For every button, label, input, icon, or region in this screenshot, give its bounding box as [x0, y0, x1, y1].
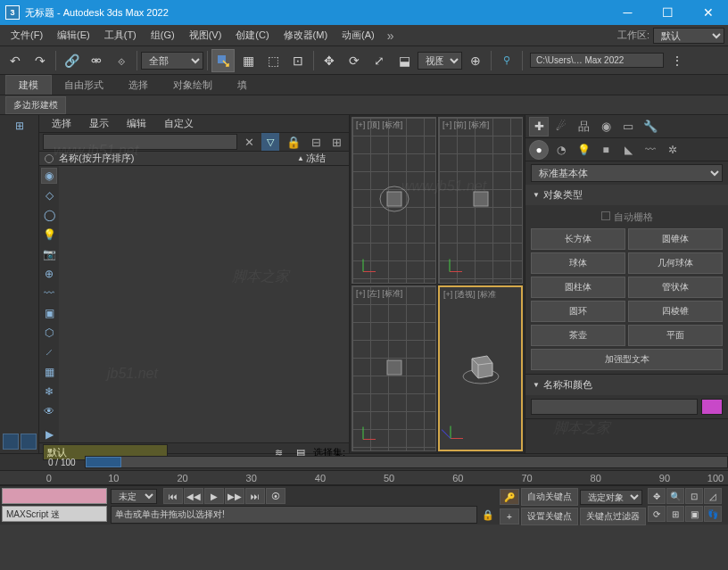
- ribbon-tab-populate[interactable]: 填: [225, 76, 260, 95]
- utilities-tab[interactable]: 🔧: [641, 117, 660, 136]
- btn-teapot[interactable]: 茶壶: [531, 325, 625, 346]
- selection-filter[interactable]: 全部: [141, 52, 203, 70]
- select-rect-button[interactable]: ⬚: [261, 49, 285, 72]
- viewport-front[interactable]: [+] [前] [标准]: [438, 117, 523, 284]
- max-toggle-button[interactable]: ▣: [685, 506, 703, 522]
- fov-button[interactable]: ◿: [704, 488, 722, 504]
- filter-group-icon[interactable]: ▣: [41, 305, 57, 321]
- ribbon-tab-modeling[interactable]: 建模: [5, 75, 52, 95]
- undo-button[interactable]: ↶: [4, 49, 27, 72]
- btn-plane[interactable]: 平面: [628, 325, 723, 346]
- name-col[interactable]: 名称(按升序排序): [59, 152, 297, 165]
- rollout-objtype-header[interactable]: ▼对象类型: [525, 185, 728, 205]
- menu-create[interactable]: 创建(C): [228, 26, 276, 45]
- vp-front-label[interactable]: [+] [前] [标准]: [443, 120, 489, 131]
- btn-geosphere[interactable]: 几何球体: [628, 252, 723, 274]
- goto-start-button[interactable]: ⏮: [163, 488, 183, 504]
- geometry-cat[interactable]: ●: [529, 140, 549, 160]
- workspace-select[interactable]: 默认: [653, 28, 724, 44]
- toggle-a-icon[interactable]: ⊟: [308, 136, 325, 149]
- sp-tab-select[interactable]: 选择: [48, 115, 75, 132]
- filter-all-icon[interactable]: ◉: [41, 168, 57, 184]
- next-frame-button[interactable]: ▶▶: [225, 488, 244, 504]
- layout-a-button[interactable]: [3, 434, 19, 450]
- bind-button[interactable]: ⟐: [110, 49, 133, 72]
- manip-button[interactable]: ⚲: [495, 49, 518, 72]
- ribbon-tab-selection[interactable]: 选择: [116, 76, 161, 95]
- menu-edit[interactable]: 编辑(E): [50, 26, 97, 45]
- menu-modifiers[interactable]: 修改器(M): [277, 26, 335, 45]
- selobj-select[interactable]: 选定对象: [580, 490, 642, 505]
- viewport-left[interactable]: [+] [左] [标准]: [352, 285, 436, 452]
- btn-cylinder[interactable]: 圆柱体: [531, 277, 625, 298]
- move-button[interactable]: ✥: [318, 49, 341, 72]
- rotate-button[interactable]: ⟳: [343, 49, 366, 72]
- clear-search-button[interactable]: ✕: [241, 136, 258, 149]
- filter-hidden-icon[interactable]: 👁: [41, 403, 57, 419]
- spacewarps-cat[interactable]: 〰: [641, 140, 660, 160]
- freeze-col[interactable]: 冻结: [306, 152, 326, 165]
- link-button[interactable]: 🔗: [60, 49, 83, 72]
- filter-button[interactable]: ▽: [261, 133, 279, 151]
- btn-textplus[interactable]: 加强型文本: [531, 349, 723, 370]
- primitive-type-select[interactable]: 标准基本体: [531, 164, 723, 182]
- pivot-button[interactable]: ⊕: [464, 49, 487, 72]
- time-slider[interactable]: [85, 456, 728, 468]
- filter-xref-icon[interactable]: ⬡: [41, 325, 57, 341]
- helpers-cat[interactable]: ◣: [618, 140, 638, 160]
- ribbon-tab-freeform[interactable]: 自由形式: [52, 76, 116, 95]
- time-ruler[interactable]: 0 10 20 30 40 50 60 70 80 90 100: [0, 471, 728, 485]
- list-header[interactable]: 名称(按升序排序) ▲ 冻结: [39, 152, 349, 166]
- lights-cat[interactable]: 💡: [574, 140, 593, 160]
- prev-frame-button[interactable]: ◀◀: [184, 488, 203, 504]
- trackbar-strip[interactable]: [2, 488, 107, 504]
- filter-camera-icon[interactable]: 📷: [41, 246, 57, 262]
- maxscript-mini[interactable]: MAXScript 迷: [2, 506, 107, 522]
- autokey-button[interactable]: 自动关键点: [521, 488, 578, 506]
- object-name-input[interactable]: [531, 399, 698, 415]
- layout-b-button[interactable]: [21, 434, 37, 450]
- placement-button[interactable]: ⬓: [393, 49, 416, 72]
- vp-left-label[interactable]: [+] [左] [标准]: [356, 288, 402, 300]
- menu-file[interactable]: 文件(F): [4, 26, 50, 45]
- walk-button[interactable]: 👣: [704, 506, 722, 522]
- scale-button[interactable]: ⤢: [368, 49, 391, 72]
- ribbon-tab-objectpaint[interactable]: 对象绘制: [161, 76, 225, 95]
- create-tab[interactable]: ✚: [529, 117, 549, 136]
- refcoord-select[interactable]: 视图: [418, 52, 462, 70]
- expand-icon[interactable]: ▶: [41, 426, 57, 442]
- vp-persp-label[interactable]: [+] [透视] [标准: [443, 289, 496, 301]
- sp-tab-edit[interactable]: 编辑: [123, 115, 150, 132]
- cameras-cat[interactable]: ■: [596, 140, 616, 160]
- unlink-button[interactable]: ⚮: [85, 49, 108, 72]
- key-mode-button[interactable]: ⦿: [266, 488, 285, 504]
- lock-selection-icon[interactable]: 🔒: [480, 507, 496, 523]
- rollout-namecolor-header[interactable]: ▼名称和颜色: [525, 375, 728, 395]
- zoom-button[interactable]: 🔍: [666, 488, 684, 504]
- keyfilter-button[interactable]: 关键点过滤器: [580, 508, 646, 525]
- btn-sphere[interactable]: 球体: [531, 252, 625, 274]
- menu-more-icon[interactable]: »: [382, 29, 400, 43]
- btn-pyramid[interactable]: 四棱锥: [628, 301, 723, 322]
- scene-list[interactable]: [59, 166, 349, 442]
- viewport-perspective[interactable]: [+] [透视] [标准: [438, 285, 523, 452]
- sp-tab-custom[interactable]: 自定义: [161, 115, 197, 132]
- search-input[interactable]: [43, 134, 237, 150]
- redo-button[interactable]: ↷: [29, 49, 52, 72]
- viewport-layout-icon[interactable]: ⊞: [11, 117, 29, 135]
- btn-torus[interactable]: 圆环: [531, 301, 625, 322]
- goto-end-button[interactable]: ⏭: [245, 488, 265, 504]
- autogrid-check[interactable]: 自动栅格: [531, 209, 723, 226]
- select-by-name-button[interactable]: ▦: [236, 49, 260, 72]
- close-button[interactable]: ✕: [688, 0, 728, 25]
- set-key-icon[interactable]: 🔑: [500, 489, 519, 505]
- filter-spacewarp-icon[interactable]: 〰: [41, 285, 57, 302]
- display-tab[interactable]: ▭: [618, 117, 638, 136]
- maximize-button[interactable]: ☐: [648, 0, 688, 25]
- zoom-ext-button[interactable]: ⊡: [685, 488, 703, 504]
- vp-top-label[interactable]: [+] [顶] [标准]: [356, 120, 402, 131]
- viewport-top[interactable]: [+] [顶] [标准]: [352, 117, 436, 284]
- filter-geom-icon[interactable]: ◇: [41, 187, 57, 203]
- setkey-button[interactable]: 设置关键点: [521, 508, 578, 525]
- filter-light-icon[interactable]: 💡: [41, 227, 57, 243]
